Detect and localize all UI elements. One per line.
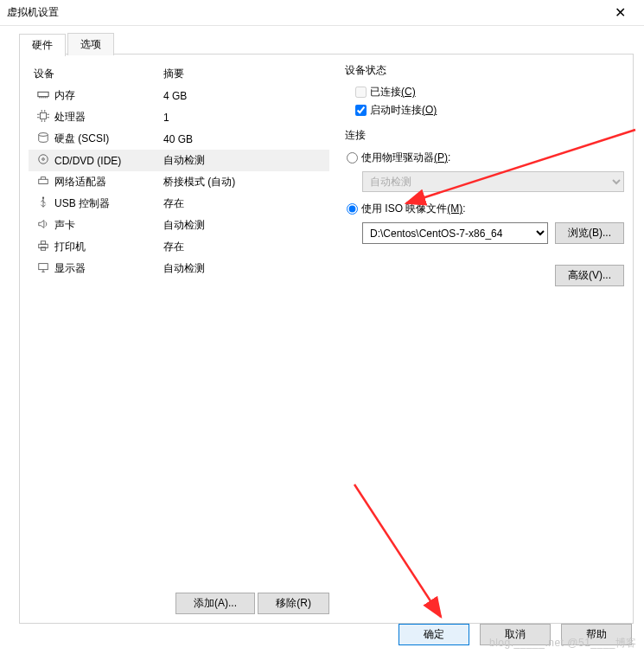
tab-panel: 设备 摘要 内存4 GB处理器1硬盘 (SCSI)40 GBCD/DVD (ID… bbox=[19, 54, 634, 624]
col-device: 设备 bbox=[29, 63, 158, 85]
connected-row[interactable]: 已连接(C) bbox=[355, 83, 624, 101]
device-row-cpu[interactable]: 处理器1 bbox=[29, 106, 329, 128]
device-name: 处理器 bbox=[54, 110, 86, 125]
net-icon bbox=[37, 175, 49, 189]
device-summary: 自动检测 bbox=[158, 150, 329, 171]
iso-radio[interactable] bbox=[347, 203, 358, 215]
device-summary: 自动检测 bbox=[158, 215, 329, 236]
close-button[interactable]: ✕ bbox=[603, 1, 637, 25]
device-row-printer[interactable]: 打印机存在 bbox=[29, 236, 329, 258]
device-row-display[interactable]: 显示器自动检测 bbox=[29, 258, 329, 279]
physical-label: 使用物理驱动器(P): bbox=[361, 151, 450, 165]
device-name: 打印机 bbox=[54, 240, 86, 254]
device-summary: 4 GB bbox=[158, 85, 329, 106]
device-table: 设备 摘要 内存4 GB处理器1硬盘 (SCSI)40 GBCD/DVD (ID… bbox=[29, 63, 329, 279]
svg-rect-10 bbox=[39, 264, 48, 270]
sound-icon bbox=[37, 218, 49, 233]
device-detail-panel: 设备状态 已连接(C) 启动时连接(O) 连接 使用物理驱动器(P): bbox=[345, 63, 624, 614]
device-summary: 存在 bbox=[158, 236, 329, 258]
svg-rect-5 bbox=[39, 179, 48, 183]
connect-on-start-label: 启动时连接(O) bbox=[370, 103, 437, 118]
device-summary: 桥接模式 (自动) bbox=[158, 171, 329, 193]
display-icon bbox=[37, 261, 49, 276]
device-row-cd[interactable]: CD/DVD (IDE)自动检测 bbox=[29, 150, 329, 171]
device-summary: 1 bbox=[158, 106, 329, 128]
add-button[interactable]: 添加(A)... bbox=[175, 593, 255, 614]
physical-radio[interactable] bbox=[347, 152, 358, 164]
svg-point-4 bbox=[42, 158, 45, 161]
physical-drive-select: 自动检测 bbox=[362, 171, 624, 192]
status-title: 设备状态 bbox=[345, 63, 624, 78]
cpu-icon bbox=[37, 110, 49, 125]
svg-rect-0 bbox=[38, 92, 48, 96]
device-name: 显示器 bbox=[54, 261, 86, 276]
svg-rect-1 bbox=[41, 113, 47, 119]
status-group: 设备状态 已连接(C) 启动时连接(O) bbox=[345, 63, 624, 128]
tab-options[interactable]: 选项 bbox=[67, 33, 114, 55]
ok-button[interactable]: 确定 bbox=[399, 624, 469, 645]
svg-rect-8 bbox=[41, 241, 45, 245]
device-name: 声卡 bbox=[54, 218, 75, 233]
device-row-memory[interactable]: 内存4 GB bbox=[29, 85, 329, 106]
device-summary: 自动检测 bbox=[158, 258, 329, 279]
printer-icon bbox=[37, 240, 49, 254]
device-row-sound[interactable]: 声卡自动检测 bbox=[29, 215, 329, 236]
device-name: 内存 bbox=[54, 88, 75, 103]
dialog-body: 硬件 选项 设备 摘要 内存4 GB处理器1硬盘 (SCSI)40 GBCD/D… bbox=[0, 26, 644, 632]
memory-icon bbox=[37, 88, 49, 103]
svg-point-3 bbox=[39, 155, 48, 164]
connect-on-start-checkbox[interactable] bbox=[355, 105, 367, 116]
iso-radio-row[interactable]: 使用 ISO 映像文件(M): bbox=[347, 199, 624, 219]
tab-hardware[interactable]: 硬件 bbox=[19, 34, 66, 56]
connect-on-start-row[interactable]: 启动时连接(O) bbox=[355, 101, 624, 119]
svg-point-6 bbox=[42, 197, 44, 199]
device-summary: 存在 bbox=[158, 193, 329, 215]
device-name: CD/DVD (IDE) bbox=[54, 155, 121, 167]
iso-label: 使用 ISO 映像文件(M): bbox=[361, 202, 466, 216]
tab-bar: 硬件 选项 bbox=[19, 33, 634, 54]
remove-button[interactable]: 移除(R) bbox=[258, 593, 329, 614]
connected-label: 已连接(C) bbox=[370, 85, 416, 99]
device-summary: 40 GB bbox=[158, 128, 329, 150]
device-name: 网络适配器 bbox=[54, 175, 106, 189]
device-name: USB 控制器 bbox=[54, 196, 110, 211]
window-title: 虚拟机设置 bbox=[7, 5, 603, 20]
browse-button[interactable]: 浏览(B)... bbox=[555, 222, 624, 244]
cd-icon bbox=[37, 153, 49, 168]
titlebar: 虚拟机设置 ✕ bbox=[0, 0, 644, 26]
iso-path-select[interactable]: D:\Centos\CentOS-7-x86_64 bbox=[362, 222, 548, 244]
advanced-button[interactable]: 高级(V)... bbox=[555, 265, 624, 286]
disk-icon bbox=[37, 131, 49, 146]
physical-radio-row[interactable]: 使用物理驱动器(P): bbox=[347, 148, 624, 168]
device-row-net[interactable]: 网络适配器桥接模式 (自动) bbox=[29, 171, 329, 193]
device-list-panel: 设备 摘要 内存4 GB处理器1硬盘 (SCSI)40 GBCD/DVD (ID… bbox=[29, 63, 329, 614]
usb-icon bbox=[37, 196, 49, 211]
device-actions: 添加(A)... 移除(R) bbox=[29, 586, 329, 614]
connection-title: 连接 bbox=[345, 128, 624, 143]
device-name: 硬盘 (SCSI) bbox=[54, 131, 109, 146]
connected-checkbox bbox=[355, 87, 367, 98]
device-row-disk[interactable]: 硬盘 (SCSI)40 GB bbox=[29, 128, 329, 150]
connection-group: 连接 使用物理驱动器(P): 自动检测 使用 ISO 映像文件(M): D: bbox=[345, 128, 624, 253]
advanced-row: 高级(V)... bbox=[345, 265, 624, 286]
svg-point-2 bbox=[39, 133, 48, 137]
iso-path-row: D:\Centos\CentOS-7-x86_64 浏览(B)... bbox=[362, 222, 624, 244]
device-row-usb[interactable]: USB 控制器存在 bbox=[29, 193, 329, 215]
col-summary: 摘要 bbox=[158, 63, 329, 85]
watermark: blog._____.net @51____博客 bbox=[489, 636, 637, 651]
